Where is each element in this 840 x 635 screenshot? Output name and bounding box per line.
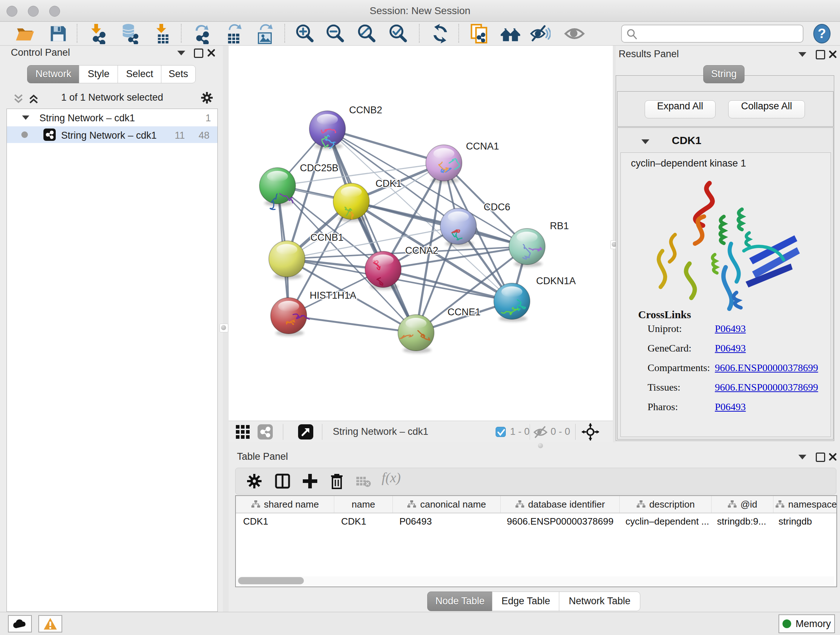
network-node-CCNE1[interactable] [398, 315, 434, 353]
search-input[interactable] [641, 27, 798, 40]
grid-view-icon[interactable] [234, 424, 251, 440]
network-row-selected[interactable]: String Network – cdk1 11 48 [7, 126, 218, 143]
column-header-namespace[interactable]: namespace [774, 496, 837, 513]
expand-all-button[interactable]: Expand All [645, 100, 715, 119]
column-header-database-identifier[interactable]: database identifier [501, 496, 620, 513]
import-network-button[interactable] [88, 23, 109, 44]
section-expander-icon[interactable] [641, 139, 649, 144]
tab-node-table[interactable]: Node Table [427, 592, 493, 611]
table-cell[interactable]: CDK1 [236, 513, 334, 529]
column-header-name[interactable]: name [334, 496, 393, 513]
close-panel-icon[interactable] [829, 453, 837, 461]
toolbar-separator [458, 24, 459, 43]
zoom-fit-button[interactable] [356, 23, 377, 44]
delete-column-icon[interactable] [328, 472, 346, 490]
network-node-RB1[interactable] [509, 228, 545, 267]
show-panel-eye-icon-button[interactable] [564, 23, 585, 44]
crosslink-link[interactable]: P06493 [715, 401, 746, 413]
float-panel-icon[interactable] [194, 49, 203, 58]
crosslink-link[interactable]: 9606.ENSP00000378699 [715, 382, 818, 393]
column-header-description[interactable]: description [620, 496, 712, 513]
import-table-button[interactable] [153, 23, 174, 44]
table-horizontal-scrollbar[interactable] [237, 576, 834, 585]
scrollbar-thumb[interactable] [238, 577, 304, 584]
network-node-CDKN1A[interactable] [494, 283, 530, 322]
refresh-button[interactable] [430, 23, 451, 44]
zoom-out-button[interactable] [325, 23, 346, 44]
table-cell[interactable]: stringdb [771, 513, 836, 529]
tab-network[interactable]: Network [27, 65, 80, 83]
selected-checkbox[interactable] [496, 427, 506, 437]
collapse-all-tree-icon[interactable] [12, 93, 25, 105]
network-node-CDC25B[interactable] [259, 168, 295, 210]
close-panel-icon[interactable] [207, 49, 216, 57]
tab-style[interactable]: Style [79, 65, 118, 83]
tree-expander-icon[interactable] [22, 116, 29, 120]
add-column-icon[interactable] [302, 472, 319, 490]
horizontal-splitter[interactable] [229, 442, 840, 449]
clone-network-button[interactable] [469, 23, 489, 44]
table-cell[interactable]: stringdb:9... [710, 513, 771, 529]
collapse-all-button[interactable]: Collapse All [728, 100, 805, 119]
panel-menu-icon[interactable] [798, 455, 806, 459]
network-node-CDK1[interactable] [333, 183, 369, 222]
crosslink-link[interactable]: P06493 [715, 342, 746, 354]
network-node-CCNA1[interactable] [426, 145, 462, 184]
save-session-button[interactable] [48, 23, 69, 44]
close-panel-icon[interactable] [829, 50, 837, 59]
tab-sets[interactable]: Sets [161, 65, 196, 83]
network-collection-row[interactable]: String Network – cdk1 1 [7, 110, 218, 126]
table-toolbar: f(x) [235, 468, 836, 494]
hide-panel-eye-icon-button[interactable] [530, 23, 551, 44]
memory-button[interactable]: Memory [778, 614, 835, 633]
table-cell[interactable]: P06493 [392, 513, 500, 529]
tab-select[interactable]: Select [118, 65, 162, 83]
panel-menu-icon[interactable] [798, 52, 806, 57]
network-graph[interactable]: CCNB2CCNA1CDC25BCDK1CDC6RB1CCNB1CCNA2CDK… [229, 46, 613, 421]
tab-string[interactable]: String [703, 65, 745, 83]
float-panel-icon[interactable] [816, 50, 825, 59]
network-node-CCNB1[interactable] [269, 241, 305, 279]
network-options-gear-icon[interactable] [200, 90, 214, 105]
birds-eye-navigator-icon[interactable] [582, 423, 599, 440]
show-columns-icon[interactable] [274, 472, 291, 490]
tab-network-table[interactable]: Network Table [559, 592, 640, 611]
tab-edge-table[interactable]: Edge Table [492, 592, 560, 611]
export-image-button[interactable] [255, 23, 276, 44]
zoom-selected-button[interactable] [387, 23, 409, 44]
panel-menu-icon[interactable] [177, 51, 185, 55]
network-edge-CCNB2-CCNE1[interactable] [327, 129, 416, 333]
open-session-button[interactable] [14, 23, 35, 44]
horizontal-splitter-handle[interactable] [538, 443, 543, 448]
crosslink-link[interactable]: P06493 [715, 323, 746, 334]
network-node-CDC6[interactable] [440, 208, 477, 247]
open-in-new-window-icon[interactable] [297, 424, 314, 440]
home-button[interactable] [500, 23, 521, 44]
delete-table-icon[interactable] [355, 475, 371, 488]
network-node-HIST1H1A[interactable] [271, 298, 309, 336]
network-view-icon[interactable] [257, 424, 273, 440]
expand-all-tree-icon[interactable] [27, 93, 40, 105]
left-splitter-handle[interactable] [219, 324, 228, 333]
function-builder-button[interactable]: f(x) [382, 470, 414, 487]
table-cell[interactable]: CDK1 [334, 513, 392, 529]
network-canvas[interactable]: CCNB2CCNA1CDC25BCDK1CDC6RB1CCNB1CCNA2CDK… [229, 46, 613, 421]
column-header-canonical-name[interactable]: canonical name [393, 496, 501, 513]
crosslink-link[interactable]: 9606.ENSP00000378699 [715, 362, 818, 374]
zoom-in-button[interactable] [294, 23, 315, 44]
export-table-button[interactable] [224, 23, 245, 44]
warnings-button[interactable] [38, 615, 62, 632]
cloud-button[interactable] [8, 615, 32, 632]
help-button[interactable]: ? [812, 23, 832, 44]
network-selection-status: 1 of 1 Network selected [43, 92, 181, 103]
table-cell[interactable]: cyclin–dependent ... [618, 513, 710, 529]
import-network-from-database-button[interactable] [119, 23, 141, 44]
float-panel-icon[interactable] [816, 453, 825, 462]
export-network-button[interactable] [193, 23, 213, 44]
toolbar-separator [419, 24, 420, 43]
search-field[interactable] [621, 25, 804, 43]
table-options-gear-icon[interactable] [246, 472, 263, 490]
table-cell[interactable]: 9606.ENSP00000378699 [500, 513, 618, 529]
column-header-shared-name[interactable]: shared name [236, 496, 334, 513]
column-header--id[interactable]: @id [712, 496, 774, 513]
